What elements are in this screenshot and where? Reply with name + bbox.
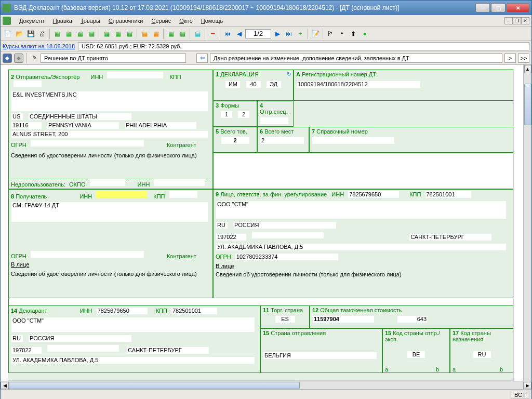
g14-cc[interactable]: RU xyxy=(11,335,23,342)
next2-button[interactable]: >> xyxy=(518,54,529,63)
gA-value[interactable]: 10009194/180618/2204512 xyxy=(296,81,421,88)
menu-goods[interactable]: Товары xyxy=(76,17,104,25)
g9-inn[interactable]: 7825679650 xyxy=(348,191,400,198)
mdi-restore-button[interactable]: ❐ xyxy=(513,17,521,24)
mdi-minimize-button[interactable]: ─ xyxy=(504,17,513,24)
scroll-up-icon[interactable]: ▲ xyxy=(524,65,531,73)
g14-name[interactable]: ООО "СТМ" xyxy=(11,317,255,332)
g2-country[interactable]: СОЕДИНЕННЫЕ ШТАТЫ xyxy=(28,113,132,121)
g2-inn-input[interactable] xyxy=(107,71,164,79)
g12-v1[interactable]: 11597904 xyxy=(312,315,375,323)
cube-icon[interactable]: ◆ xyxy=(3,54,12,63)
g2-region[interactable]: PENNSYLVANIA xyxy=(47,122,119,129)
g8-kpp-input[interactable] xyxy=(169,191,198,198)
tool-green-9-icon[interactable]: ▦ xyxy=(177,29,188,39)
menu-edit[interactable]: Правка xyxy=(49,17,76,25)
g9-street[interactable]: УЛ. АКАДЕМИКА ПАВЛОВА, Д.5 xyxy=(216,243,507,251)
scroll-right-icon[interactable]: ▶ xyxy=(523,382,531,389)
save-icon[interactable]: 💾 xyxy=(25,29,36,39)
last-page-icon[interactable]: ⏭ xyxy=(284,29,294,39)
minimize-button[interactable]: ─ xyxy=(475,3,490,12)
tool-green-4-icon[interactable]: ▦ xyxy=(86,29,97,39)
close-button[interactable]: ✕ xyxy=(507,3,529,12)
next-button[interactable]: > xyxy=(504,54,516,63)
g2-ogrn-input[interactable] xyxy=(30,139,144,147)
circle-icon[interactable]: ● xyxy=(360,29,370,39)
tool-green-2-icon[interactable]: ▦ xyxy=(63,29,74,39)
g1-ed[interactable]: ЭД xyxy=(266,81,282,88)
g9-zip[interactable]: 197022 xyxy=(216,233,247,241)
g14-street[interactable]: УЛ. АКАДЕМИКА ПАВЛОВА, Д.5 xyxy=(11,356,255,364)
menu-document[interactable]: Документ xyxy=(15,17,49,25)
tool-orange-1-icon[interactable]: ▦ xyxy=(139,29,150,39)
tool-green-6-icon[interactable]: ▦ xyxy=(113,29,123,39)
g14-city[interactable]: САНКТ-ПЕТЕРБУРГ xyxy=(126,347,209,354)
print-icon[interactable]: 🖨 xyxy=(37,29,47,39)
menu-window[interactable]: Окно xyxy=(175,17,197,25)
g2-street[interactable]: ALNUS STREET, 200 xyxy=(11,130,208,138)
vertical-scrollbar[interactable]: ▲ ▼ xyxy=(523,65,531,389)
g9-name[interactable]: ООО "СТМ" xyxy=(216,201,507,219)
g2-okpo-input[interactable] xyxy=(89,179,126,187)
add-icon[interactable]: ＋ xyxy=(295,29,305,39)
decision-field[interactable]: Решение по ДТ принято xyxy=(41,54,186,63)
g1-im[interactable]: ИМ xyxy=(225,81,241,88)
g14-kpp[interactable]: 782501001 xyxy=(171,307,218,315)
g4-input[interactable] xyxy=(260,117,289,125)
g8-ogrn-input[interactable] xyxy=(30,250,144,258)
g2-kpp-input[interactable] xyxy=(13,80,42,88)
g2-inn2-input[interactable] xyxy=(153,179,205,187)
page-input[interactable] xyxy=(245,29,271,38)
g11-value[interactable]: ES xyxy=(275,315,296,323)
permit-field[interactable]: Дано разрешение на изменение, дополнение… xyxy=(210,54,502,63)
edit-page-icon[interactable]: 📝 xyxy=(310,29,321,39)
g2-name[interactable]: E&L INVESTMENTS,INC xyxy=(11,91,208,112)
g14-inn[interactable]: 7825679650 xyxy=(96,307,148,315)
vscroll-thumb[interactable] xyxy=(524,84,531,125)
open-folder-icon[interactable]: 📂 xyxy=(14,29,24,39)
tool-orange-2-icon[interactable]: ▦ xyxy=(151,29,161,39)
pencil-icon[interactable]: ✎ xyxy=(30,54,38,62)
menu-ref[interactable]: Справочники xyxy=(104,17,148,25)
first-page-icon[interactable]: ⏮ xyxy=(222,29,233,39)
g9-ogrn[interactable]: 1027809233374 xyxy=(235,253,339,261)
g7-input[interactable] xyxy=(312,137,395,144)
prev-page-icon[interactable]: ◀ xyxy=(234,29,244,39)
g8-inn-input[interactable] xyxy=(96,191,148,198)
g9-face-link[interactable]: В лице xyxy=(216,263,234,269)
g15a-value[interactable]: BE xyxy=(407,351,425,358)
tool-green-5-icon[interactable]: ▦ xyxy=(101,29,112,39)
tool-cyan-icon[interactable]: ▤ xyxy=(192,29,203,39)
g15-value[interactable]: БЕЛЬГИЯ xyxy=(263,352,377,360)
next-page-icon[interactable]: ▶ xyxy=(272,29,283,39)
g2-cc[interactable]: US xyxy=(11,113,23,121)
horizontal-scrollbar[interactable]: ◀ ▶ xyxy=(1,381,531,389)
upload-icon[interactable]: ⬆ xyxy=(348,29,358,39)
g9-kpp[interactable]: 782501001 xyxy=(425,191,472,198)
delete-icon[interactable]: ━ xyxy=(207,29,218,39)
tool-green-1-icon[interactable]: ▦ xyxy=(52,29,62,39)
menu-service[interactable]: Сервис xyxy=(148,17,176,25)
g6-value[interactable]: 2 xyxy=(260,137,304,144)
g14-region[interactable] xyxy=(47,344,119,352)
g9-country[interactable]: РОССИЯ xyxy=(233,221,337,229)
menu-help[interactable]: Помощь xyxy=(197,17,228,25)
g3-v2[interactable]: 2 xyxy=(237,111,250,118)
rates-link[interactable]: Курсы валют на 18.06.2018 xyxy=(3,43,75,49)
flag-icon[interactable]: 🏳 xyxy=(325,29,336,39)
g14-zip[interactable]: 197022 xyxy=(11,347,42,354)
g12-v2[interactable]: 643 xyxy=(397,315,428,323)
g2-city[interactable]: PHILADELPHIA xyxy=(124,122,197,129)
mdi-close-button[interactable]: ✕ xyxy=(521,17,529,24)
hscroll-thumb[interactable] xyxy=(9,382,300,389)
g14-country[interactable]: РОССИЯ xyxy=(28,335,132,342)
g8-face-link[interactable]: В лице xyxy=(11,261,29,268)
g8-name[interactable]: СМ. ГРАФУ 14 ДТ xyxy=(11,202,208,222)
g2-zip[interactable]: 19116 xyxy=(11,122,42,129)
g9-cc[interactable]: RU xyxy=(216,221,228,229)
tool-green-8-icon[interactable]: ▦ xyxy=(166,29,176,39)
g9-region[interactable] xyxy=(251,231,324,239)
tool-green-3-icon[interactable]: ▦ xyxy=(75,29,85,39)
arrow-left-icon[interactable]: ⇦ xyxy=(196,54,208,63)
g1-im-v[interactable]: 40 xyxy=(246,81,261,88)
